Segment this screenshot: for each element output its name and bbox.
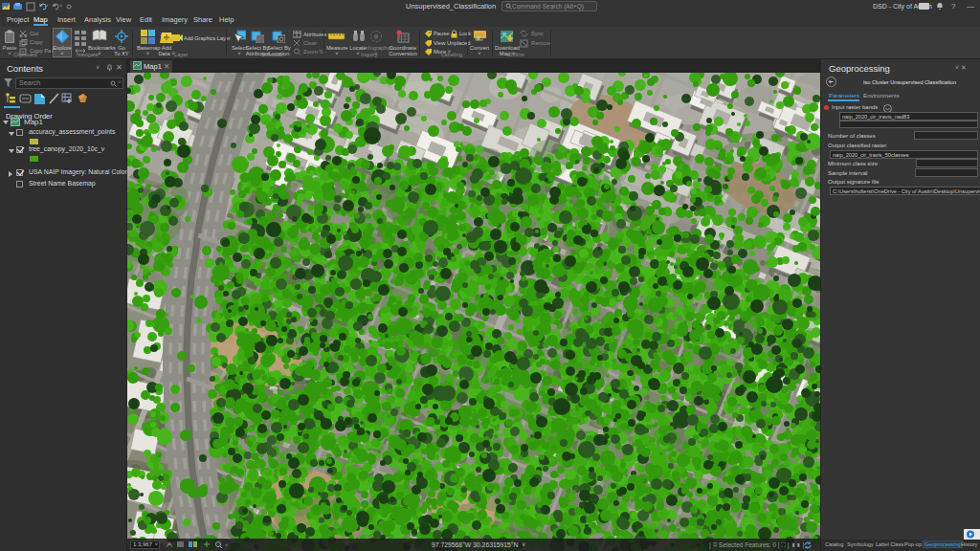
svg-text:˅: ˅ [225, 542, 229, 548]
